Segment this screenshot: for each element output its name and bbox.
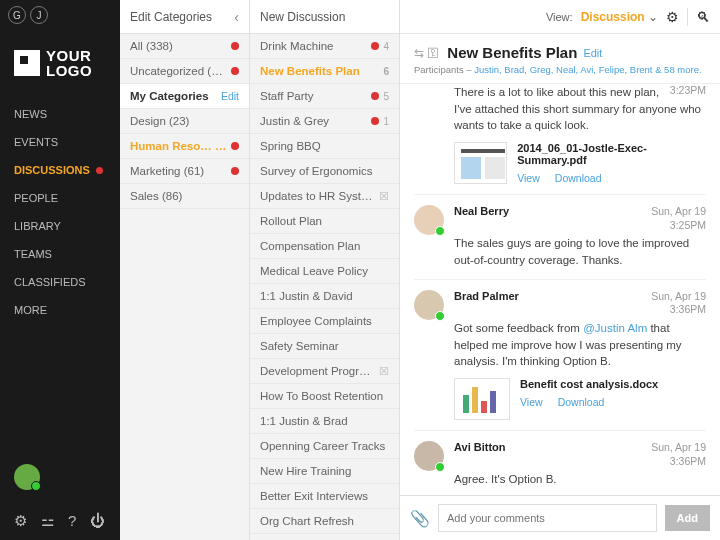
logo-mark-icon <box>14 50 40 76</box>
avatar[interactable] <box>414 290 444 320</box>
discussion-item[interactable]: Org Chart Refresh <box>250 509 399 534</box>
nav-people[interactable]: PEOPLE <box>0 184 120 212</box>
category-item-human-resources[interactable]: Human Reso… (72) <box>120 134 249 159</box>
new-discussion-title[interactable]: New Discussion <box>260 10 389 24</box>
attachment-view-link[interactable]: View <box>520 396 543 408</box>
user-mention[interactable]: @Justin Alm <box>583 322 647 334</box>
view-selector[interactable]: Discussion ⌄ <box>581 10 658 24</box>
category-item[interactable]: Uncategorized (96) <box>120 59 249 84</box>
search-icon[interactable]: 🔍︎ <box>696 9 710 25</box>
view-label: View: <box>546 11 573 23</box>
message: Avi Bitton Sun, Apr 193:36PM Agree. It's… <box>414 431 706 495</box>
attachment-thumb-icon[interactable] <box>454 378 510 420</box>
discussion-title: New Benefits Plan <box>447 44 577 61</box>
discussion-item[interactable]: New Hire Training <box>250 459 399 484</box>
discussion-item[interactable]: Spring BBQ <box>250 134 399 159</box>
settings-icon[interactable]: ⚙ <box>14 512 27 530</box>
discussion-item[interactable]: Survey of Ergonomics <box>250 159 399 184</box>
discussion-item[interactable]: Updates to HR System☒ <box>250 184 399 209</box>
attachment-download-link[interactable]: Download <box>558 396 605 408</box>
sliders-icon[interactable]: ⚍ <box>41 512 54 530</box>
top-icon-g[interactable]: G <box>8 6 26 24</box>
current-user-avatar[interactable] <box>14 464 40 490</box>
discussion-item[interactable]: Medical Leave Policy <box>250 259 399 284</box>
message: Brad Palmer Sun, Apr 193:36PM Got some f… <box>414 280 706 431</box>
edit-discussion-link[interactable]: Edit <box>583 47 602 59</box>
gear-icon[interactable]: ⚙ <box>666 9 679 25</box>
discussion-item[interactable]: Compensation Plan <box>250 234 399 259</box>
attachment: Benefit cost analysis.docx View Download <box>454 378 706 420</box>
add-comment-button[interactable]: Add <box>665 505 710 531</box>
power-icon[interactable]: ⏻ <box>90 512 105 530</box>
discussion-item[interactable]: 1:1 Justin & Brad <box>250 409 399 434</box>
discussions-list: Drink Machine4New Benefits Plan6Staff Pa… <box>250 34 399 534</box>
message-time: Sun, Apr 193:36PM <box>651 441 706 468</box>
message-time: Sun, Apr 193:36PM <box>651 290 706 317</box>
attachment: 2014_06_01-Jostle-Exec-Summary.pdf View … <box>454 142 706 184</box>
message-time: Sun, Apr 193:25PM <box>651 205 706 232</box>
message-text: Got some feedback from @Justin Alm that … <box>454 320 706 370</box>
attachment-filename: 2014_06_01-Jostle-Exec-Summary.pdf <box>517 142 706 166</box>
nav-classifieds[interactable]: CLASSIFIEDS <box>0 268 120 296</box>
attachment-thumb-icon[interactable] <box>454 142 507 184</box>
discussion-item[interactable]: Staff Party5 <box>250 84 399 109</box>
top-icon-j[interactable]: J <box>30 6 48 24</box>
message-author: Avi Bitton <box>454 441 506 468</box>
discussions-header: New Discussion <box>250 0 399 34</box>
discussion-item[interactable]: Better Exit Interviews <box>250 484 399 509</box>
participants-more[interactable]: & 58 more. <box>655 64 701 75</box>
unread-dot-icon <box>231 142 239 150</box>
discussion-meta-icons: ⇆ ⚿ <box>414 46 439 60</box>
thread: 3:23PM There is a lot to like about this… <box>400 84 720 495</box>
category-item[interactable]: Design (23) <box>120 109 249 134</box>
category-item[interactable]: All (338) <box>120 34 249 59</box>
discussion-header: ⇆ ⚿ New Benefits Plan Edit Participants … <box>400 34 720 84</box>
comment-input[interactable] <box>438 504 657 532</box>
category-item[interactable]: Sales (86) <box>120 184 249 209</box>
attachment-view-link[interactable]: View <box>517 172 540 184</box>
category-item[interactable]: Marketing (61) <box>120 159 249 184</box>
item-count: 5 <box>383 91 389 102</box>
unread-dot-icon <box>371 92 379 100</box>
attachment-download-link[interactable]: Download <box>555 172 602 184</box>
sidebar: G J YOUR LOGO NEWS EVENTS DISCUSSIONS PE… <box>0 0 120 540</box>
discussion-item[interactable]: Drink Machine4 <box>250 34 399 59</box>
top-icons: G J <box>0 0 120 30</box>
nav-discussions[interactable]: DISCUSSIONS <box>0 156 120 184</box>
discussion-item[interactable]: Employee Complaints <box>250 309 399 334</box>
message-text: Agree. It's Option B. <box>454 471 706 488</box>
category-item-my-categories[interactable]: My CategoriesEdit <box>120 84 249 109</box>
nav-more[interactable]: MORE <box>0 296 120 324</box>
main-nav: NEWS EVENTS DISCUSSIONS PEOPLE LIBRARY T… <box>0 100 120 324</box>
collapse-icon[interactable]: ‹ <box>234 9 239 25</box>
message-time: 3:23PM <box>670 84 706 96</box>
paperclip-icon[interactable]: 📎 <box>410 509 430 528</box>
avatar[interactable] <box>414 441 444 471</box>
categories-title: Edit Categories <box>130 10 234 24</box>
main-panel: View: Discussion ⌄ ⚙ 🔍︎ ⇆ ⚿ New Benefits… <box>400 0 720 540</box>
nav-library[interactable]: LIBRARY <box>0 212 120 240</box>
participants-names[interactable]: Justin, Brad, Greg, Neal, Avi, Felipe, B… <box>474 64 652 75</box>
archive-icon: ☒ <box>379 190 389 203</box>
discussion-item[interactable]: Justin & Grey1 <box>250 109 399 134</box>
avatar[interactable] <box>414 205 444 235</box>
bottom-toolbar: ⚙ ⚍ ? ⏻ <box>0 502 120 540</box>
discussion-item[interactable]: New Benefits Plan6 <box>250 59 399 84</box>
discussion-item[interactable]: 1:1 Justin & David <box>250 284 399 309</box>
nav-events[interactable]: EVENTS <box>0 128 120 156</box>
edit-link[interactable]: Edit <box>221 90 239 102</box>
unread-dot-icon <box>371 42 379 50</box>
discussion-item[interactable]: Openning Career Tracks <box>250 434 399 459</box>
categories-column: Edit Categories ‹ All (338) Uncategorize… <box>120 0 250 540</box>
discussion-item[interactable]: How To Boost Retention <box>250 384 399 409</box>
nav-news[interactable]: NEWS <box>0 100 120 128</box>
logo[interactable]: YOUR LOGO <box>0 30 120 100</box>
item-count: 4 <box>383 41 389 52</box>
discussion-item[interactable]: Development Program☒ <box>250 359 399 384</box>
unread-dot-icon <box>371 117 379 125</box>
discussion-item[interactable]: Rollout Plan <box>250 209 399 234</box>
discussion-item[interactable]: Safety Seminar <box>250 334 399 359</box>
nav-teams[interactable]: TEAMS <box>0 240 120 268</box>
topbar: View: Discussion ⌄ ⚙ 🔍︎ <box>400 0 720 34</box>
help-icon[interactable]: ? <box>68 512 76 530</box>
